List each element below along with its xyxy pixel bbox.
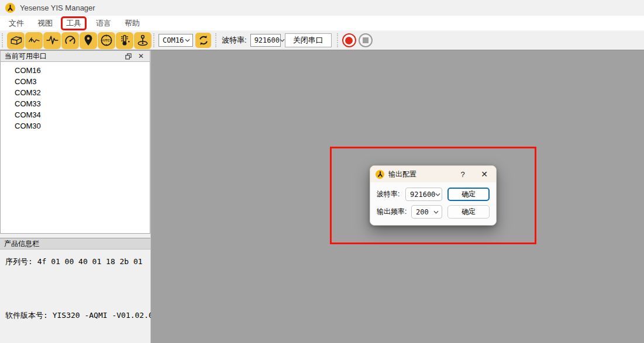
dialog-close-icon[interactable]: ✕ [478,168,491,180]
dialog-help-icon[interactable]: ? [456,168,469,180]
close-panel-icon[interactable]: ✕ [136,51,146,61]
menu-item-language[interactable]: 语言 [91,17,116,30]
left-dock: 当前可用串口 ✕ COM16 COM3 COM32 COM33 COM34 CO… [0,50,151,343]
ports-panel-header: 当前可用串口 ✕ [0,50,150,62]
menubar: 文件 视图 工具 语言 帮助 [0,16,644,31]
titlebar: Yesense YIS Manager [0,0,644,16]
float-panel-icon[interactable] [123,51,133,61]
joystick-icon[interactable] [134,32,151,49]
info-panel-header: 产品信息栏 [0,238,150,250]
list-item-port[interactable]: COM34 [1,109,150,120]
angle-waveform-icon[interactable] [25,32,43,49]
toolbar: UTC COM16 波特率: 921600 关闭串口 [0,31,644,50]
com-port-select[interactable]: COM16 [159,34,193,47]
dialog-baud-ok-button[interactable]: 确定 [447,188,490,201]
menu-item-view[interactable]: 视图 [32,17,58,30]
svg-text:UTC: UTC [103,39,109,42]
baud-rate-select[interactable]: 921600 [250,34,281,47]
toolbar-gripper[interactable] [153,33,156,47]
app-window: Yesense YIS Manager 文件 视图 工具 语言 帮助 UTC [0,0,644,343]
dialog-title: 输出配置 [388,169,452,179]
ports-panel-title: 当前可用串口 [5,51,120,61]
chevron-down-icon [280,39,285,42]
menu-item-tools[interactable]: 工具 [61,16,87,30]
dialog-freq-select[interactable]: 200 [411,205,442,219]
list-item-port[interactable]: COM32 [1,87,150,98]
cube-3d-icon[interactable] [7,32,25,49]
yesense-logo-icon [376,170,384,179]
output-config-dialog: 输出配置 ? ✕ 波特率: 921600 确定 输出频率: [370,165,497,226]
list-item-port[interactable]: COM16 [1,65,150,76]
info-panel-body: 序列号: 4f 01 00 40 01 18 2b 01 软件版本号: YIS3… [0,250,150,343]
dialog-freq-ok-button[interactable]: 确定 [447,205,490,219]
menu-item-help[interactable]: 帮助 [119,17,145,30]
stop-icon[interactable] [359,33,373,47]
window-title: Yesense YIS Manager [20,4,95,12]
dialog-freq-label: 输出频率: [377,207,407,217]
com-port-value: COM16 [163,36,184,44]
menu-item-file[interactable]: 文件 [4,17,29,30]
baud-rate-label: 波特率: [222,35,247,46]
dialog-baud-label: 波特率: [377,189,400,199]
utc-clock-icon[interactable]: UTC [98,32,115,49]
toolbar-gripper[interactable] [337,33,340,47]
dialog-freq-row: 输出频率: 200 确定 [377,205,490,219]
toolbar-gripper[interactable] [215,33,218,47]
dialog-baud-select[interactable]: 921600 [405,188,442,201]
serial-port-list: COM16 COM3 COM32 COM33 COM34 COM30 [0,62,150,234]
pulse-waveform-icon[interactable] [43,32,61,49]
software-version-text: 软件版本号: YIS320 -AQMI -V01.02.03; [5,310,145,321]
dialog-titlebar[interactable]: 输出配置 ? ✕ [370,166,496,182]
stop-square [363,37,369,43]
yesense-logo-icon [5,3,15,13]
close-serial-port-button[interactable]: 关闭串口 [285,33,332,47]
thermometer-icon[interactable] [116,32,133,49]
list-item-port[interactable]: COM30 [1,120,150,131]
dialog-baud-value: 921600 [410,190,435,199]
baud-rate-value: 921600 [254,36,280,44]
main-area: 输出配置 ? ✕ 波特率: 921600 确定 输出频率: [151,50,644,343]
list-item-port[interactable]: COM33 [1,98,150,109]
refresh-ports-icon[interactable] [195,33,211,48]
record-icon[interactable] [342,33,356,47]
dialog-body: 波特率: 921600 确定 输出频率: 200 确定 [370,182,496,225]
info-panel-title: 产品信息栏 [4,239,39,249]
dialog-freq-value: 200 [416,208,429,216]
list-item-port[interactable]: COM3 [1,76,150,87]
gauge-icon[interactable] [61,32,79,49]
chevron-down-icon [433,210,439,214]
serial-number-text: 序列号: 4f 01 00 40 01 18 2b 01 [5,257,145,267]
app-body: 当前可用串口 ✕ COM16 COM3 COM32 COM33 COM34 CO… [0,50,644,343]
chevron-down-icon [185,39,190,42]
dialog-baud-row: 波特率: 921600 确定 [377,188,490,201]
chevron-down-icon [435,193,440,196]
record-dot [345,37,353,44]
toolbar-gripper[interactable] [2,33,5,47]
location-pin-icon[interactable] [80,32,97,49]
